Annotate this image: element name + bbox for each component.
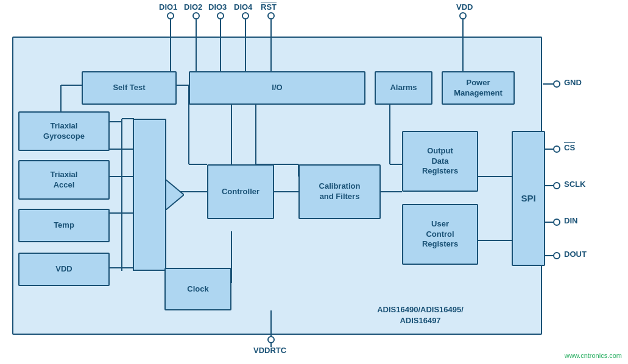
gnd-pin — [553, 80, 560, 88]
sclk-label: SCLK — [564, 180, 585, 189]
sclk-pin — [553, 182, 560, 189]
dio4-label: DIO4 — [234, 2, 252, 12]
cs-pin — [553, 145, 560, 153]
dio3-label: DIO3 — [208, 2, 227, 12]
dio1-pin — [167, 12, 174, 19]
vddrtc-label: VDDRTC — [253, 346, 286, 355]
alarms-block: Alarms — [375, 71, 432, 105]
mux-arrow — [166, 180, 184, 210]
rst-pin — [267, 12, 275, 19]
din-label: DIN — [564, 216, 577, 225]
dio2-pin — [192, 12, 200, 19]
self-test-block: Self Test — [82, 71, 177, 105]
spi-block: SPI — [512, 131, 545, 266]
dout-pin — [553, 252, 560, 259]
dio2-label: DIO2 — [184, 2, 202, 12]
triaxial-accel-block: Triaxial Accel — [18, 160, 110, 200]
rst-label: RST — [261, 2, 277, 12]
watermark: www.cntronics.com — [565, 352, 622, 359]
triaxial-gyro-block: Triaxial Gyroscope — [18, 111, 110, 151]
vdd-sensor-block: VDD — [18, 253, 110, 286]
svg-marker-56 — [166, 180, 184, 210]
calib-filters-block: Calibration and Filters — [298, 164, 381, 219]
mux-block — [133, 119, 166, 271]
cs-label: CS — [564, 143, 575, 152]
io-block: I/O — [189, 71, 365, 105]
vdd-top-pin — [459, 12, 467, 19]
controller-block: Controller — [207, 164, 274, 219]
power-management-block: Power Management — [442, 71, 515, 105]
gnd-label: GND — [564, 78, 582, 87]
dout-label: DOUT — [564, 250, 587, 259]
vddrtc-pin — [267, 336, 275, 343]
dio4-pin — [242, 12, 249, 19]
model-text: ADIS16490/ADIS16495/ ADIS16497 — [359, 304, 481, 326]
vdd-top-label: VDD — [456, 2, 473, 12]
dio1-label: DIO1 — [159, 2, 177, 12]
output-data-reg-block: Output Data Registers — [402, 131, 478, 192]
user-control-reg-block: User Control Registers — [402, 204, 478, 265]
temp-block: Temp — [18, 209, 110, 242]
clock-block: Clock — [164, 268, 231, 310]
diagram-container: DIO1 DIO2 DIO3 DIO4 RST VDD GND CS SCLK … — [0, 0, 628, 364]
din-pin — [553, 219, 560, 226]
dio3-pin — [217, 12, 224, 19]
